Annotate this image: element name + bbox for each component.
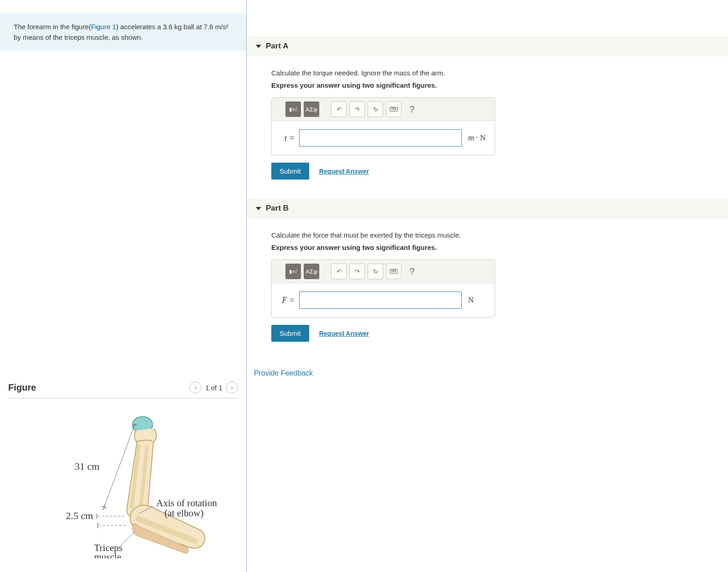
part-a-answer-row: τ = m · N bbox=[272, 121, 495, 155]
part-a-units: m · N bbox=[466, 133, 489, 143]
part-b-submit-button[interactable]: Submit bbox=[271, 325, 309, 342]
figure-header: Figure ‹ 1 of 1 › bbox=[8, 381, 238, 398]
part-a-body: Calculate the torque needed. Ignore the … bbox=[247, 56, 728, 189]
keyboard-icon: ⌨ bbox=[390, 269, 398, 274]
part-b-instruction: Calculate the force that must be exerted… bbox=[271, 231, 719, 239]
part-a-title: Part A bbox=[266, 42, 288, 51]
keyboard-icon: ⌨ bbox=[390, 107, 398, 111]
part-a-submit-button[interactable]: Submit bbox=[271, 163, 309, 180]
part-b-request-link[interactable]: Request Answer bbox=[319, 330, 369, 337]
problem-statement: The forearm in the figure(Figure 1) acce… bbox=[0, 14, 246, 51]
template-button[interactable]: ▮x√ bbox=[285, 101, 301, 117]
part-b-title: Part B bbox=[266, 204, 289, 213]
redo-button[interactable]: ↷ bbox=[349, 101, 365, 117]
figure-pager-text: 1 of 1 bbox=[205, 384, 222, 392]
part-b-toolbar: ▮x√ ΑΣφ ↶ ↷ ↻ ⌨ ? bbox=[272, 260, 495, 283]
part-a-section: Part A Calculate the torque needed. Igno… bbox=[247, 36, 728, 189]
part-a-header[interactable]: Part A bbox=[247, 36, 728, 56]
problem-text-prefix: The forearm in the figure( bbox=[14, 23, 91, 31]
part-b-var: F = bbox=[277, 296, 295, 305]
figure-image: 31 cm 2.5 cm Axis of rotation (at elbow)… bbox=[8, 408, 238, 558]
left-pane: The forearm in the figure(Figure 1) acce… bbox=[0, 0, 247, 572]
caret-down-icon bbox=[256, 207, 261, 210]
template-button[interactable]: ▮x√ bbox=[285, 264, 301, 279]
label-axis-1: Axis of rotation bbox=[156, 498, 217, 508]
part-b-answer-box: ▮x√ ΑΣφ ↶ ↷ ↻ ⌨ ? F = N bbox=[271, 260, 495, 318]
undo-button[interactable]: ↶ bbox=[331, 101, 347, 117]
part-b-header[interactable]: Part B bbox=[247, 198, 728, 218]
part-a-sigfig: Express your answer using two significan… bbox=[271, 81, 719, 89]
part-b-body: Calculate the force that must be exerted… bbox=[247, 218, 728, 351]
figure-title: Figure bbox=[8, 382, 36, 393]
part-b-buttons: Submit Request Answer bbox=[271, 325, 719, 342]
part-a-buttons: Submit Request Answer bbox=[271, 163, 719, 180]
part-b-units: N bbox=[466, 296, 489, 305]
provide-feedback-link[interactable]: Provide Feedback bbox=[247, 360, 313, 377]
caret-down-icon bbox=[256, 45, 261, 48]
part-a-var: τ = bbox=[277, 133, 295, 143]
part-a-toolbar: ▮x√ ΑΣφ ↶ ↷ ↻ ⌨ ? bbox=[272, 98, 495, 121]
label-axis-2: (at elbow) bbox=[164, 508, 204, 519]
part-b-sigfig: Express your answer using two significan… bbox=[271, 244, 719, 251]
figure-link[interactable]: Figure 1 bbox=[91, 23, 116, 31]
reset-button[interactable]: ↻ bbox=[368, 101, 383, 117]
label-triceps-2: muscle bbox=[94, 551, 121, 558]
figure-pager: ‹ 1 of 1 › bbox=[190, 381, 238, 393]
figure-section: Figure ‹ 1 of 1 › bbox=[0, 381, 246, 572]
reset-button[interactable]: ↻ bbox=[368, 264, 383, 279]
greek-button[interactable]: ΑΣφ bbox=[304, 264, 319, 279]
right-pane: Part A Calculate the torque needed. Igno… bbox=[247, 0, 728, 572]
figure-prev-button[interactable]: ‹ bbox=[190, 381, 201, 393]
svg-line-15 bbox=[121, 531, 135, 546]
label-31cm: 31 cm bbox=[74, 461, 99, 472]
arm-diagram: 31 cm 2.5 cm Axis of rotation (at elbow)… bbox=[27, 412, 219, 558]
part-b-answer-row: F = N bbox=[272, 283, 495, 317]
redo-button[interactable]: ↷ bbox=[349, 264, 365, 279]
help-button[interactable]: ? bbox=[404, 101, 420, 117]
figure-next-button[interactable]: › bbox=[226, 381, 238, 393]
part-b-section: Part B Calculate the force that must be … bbox=[247, 198, 728, 351]
part-a-request-link[interactable]: Request Answer bbox=[319, 168, 369, 175]
label-2p5cm: 2.5 cm bbox=[66, 510, 93, 521]
greek-button[interactable]: ΑΣφ bbox=[304, 101, 319, 117]
part-a-input[interactable] bbox=[299, 129, 462, 147]
keyboard-button[interactable]: ⌨ bbox=[386, 101, 401, 117]
part-a-answer-box: ▮x√ ΑΣφ ↶ ↷ ↻ ⌨ ? τ = m · N bbox=[271, 97, 495, 155]
help-button[interactable]: ? bbox=[404, 264, 420, 279]
part-b-input[interactable] bbox=[299, 291, 462, 309]
undo-button[interactable]: ↶ bbox=[331, 264, 347, 279]
keyboard-button[interactable]: ⌨ bbox=[386, 264, 401, 279]
part-a-instruction: Calculate the torque needed. Ignore the … bbox=[271, 69, 719, 77]
